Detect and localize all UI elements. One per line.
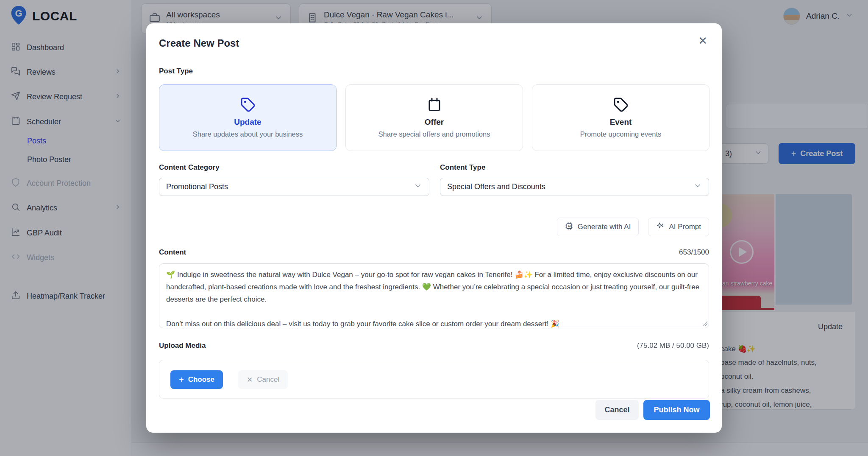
cancel-label: Cancel xyxy=(604,406,629,414)
calendar-icon xyxy=(427,97,442,114)
post-type-card-update[interactable]: Update Share updates about your business xyxy=(159,84,337,151)
upload-cancel-label: Cancel xyxy=(257,375,279,384)
generate-with-ai-button[interactable]: AI Generate with AI xyxy=(557,218,639,236)
publish-now-label: Publish Now xyxy=(654,406,700,414)
choose-label: Choose xyxy=(188,375,214,384)
card-desc: Promote upcoming events xyxy=(580,130,662,138)
card-title: Update xyxy=(234,117,261,127)
create-new-post-modal: Create New Post ✕ Post Type Update Share… xyxy=(146,23,722,433)
ai-buttons-row: AI Generate with AI AI Prompt xyxy=(557,218,709,236)
post-type-label: Post Type xyxy=(159,67,193,76)
tag-icon xyxy=(240,97,256,114)
upload-media-label: Upload Media xyxy=(159,341,206,350)
upload-quota: (75.02 MB / 50.00 GB) xyxy=(637,341,709,350)
publish-now-button[interactable]: Publish Now xyxy=(643,400,710,420)
sparkles-icon xyxy=(656,222,665,232)
ai-prompt-label: AI Prompt xyxy=(669,223,701,231)
choose-file-button[interactable]: + Choose xyxy=(170,370,223,389)
chevron-down-icon xyxy=(693,182,702,192)
tag-icon xyxy=(613,97,629,114)
upload-cancel-button[interactable]: ✕ Cancel xyxy=(238,370,288,389)
content-type-select[interactable]: Special Offers and Discounts xyxy=(440,178,709,196)
content-type-value: Special Offers and Discounts xyxy=(447,182,545,191)
post-type-card-event[interactable]: Event Promote upcoming events xyxy=(532,84,709,151)
content-label: Content xyxy=(159,248,186,257)
close-icon[interactable]: ✕ xyxy=(698,35,707,46)
chevron-down-icon xyxy=(414,182,422,192)
character-counter: 653/1500 xyxy=(679,248,709,257)
post-type-cards: Update Share updates about your business… xyxy=(159,84,709,151)
ai-prompt-button[interactable]: AI Prompt xyxy=(648,218,709,236)
card-desc: Share special offers and promotions xyxy=(378,130,490,138)
modal-title: Create New Post xyxy=(159,37,239,49)
card-title: Offer xyxy=(425,117,444,127)
post-type-card-offer[interactable]: Offer Share special offers and promotion… xyxy=(345,84,523,151)
content-textarea[interactable]: 🌱 Indulge in sweetness the natural way w… xyxy=(159,263,709,328)
content-type-label: Content Type xyxy=(440,163,485,172)
plus-icon: + xyxy=(179,375,184,384)
generate-with-ai-label: Generate with AI xyxy=(578,223,631,231)
content-category-label: Content Category xyxy=(159,163,220,172)
card-desc: Share updates about your business xyxy=(193,130,303,138)
card-title: Event xyxy=(610,117,632,127)
content-category-value: Promotional Posts xyxy=(166,182,228,191)
close-icon: ✕ xyxy=(247,376,253,383)
ai-chip-icon: AI xyxy=(565,222,573,232)
upload-media-box: + Choose ✕ Cancel xyxy=(159,360,709,399)
cancel-button[interactable]: Cancel xyxy=(595,400,639,420)
svg-text:AI: AI xyxy=(568,224,570,227)
content-category-select[interactable]: Promotional Posts xyxy=(159,178,429,196)
